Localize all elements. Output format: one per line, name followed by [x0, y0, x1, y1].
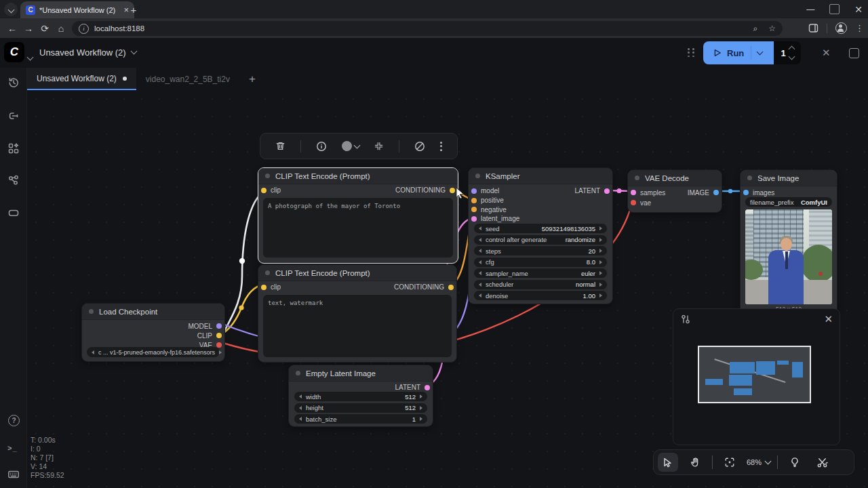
- increment-icon[interactable]: [599, 249, 602, 253]
- workflow-name-menu[interactable]: Unsaved Workflow (2): [39, 42, 136, 62]
- minimap-viewport[interactable]: [698, 346, 811, 403]
- increment-icon[interactable]: [599, 293, 602, 298]
- home-icon[interactable]: ⌂: [53, 23, 69, 34]
- decrement-icon[interactable]: [479, 238, 481, 242]
- node-clip-text-encode-negative[interactable]: CLIP Text Encode (Prompt) clip CONDITION…: [258, 264, 457, 363]
- run-button[interactable]: Run: [703, 41, 774, 64]
- back-icon[interactable]: ←: [4, 23, 20, 34]
- widget-denoise[interactable]: denoise1.00: [474, 291, 607, 300]
- widget-filename-prefix[interactable]: filename_prefix ComfyUI: [745, 197, 832, 207]
- widget-ckpt-name[interactable]: c ... v1-5-pruned-emaonly-fp16.safetenso…: [87, 347, 220, 357]
- generated-image-preview[interactable]: [745, 209, 832, 304]
- new-workflow-tab-button[interactable]: +: [239, 68, 265, 90]
- widget-steps[interactable]: steps20: [474, 246, 607, 256]
- model-library-icon[interactable]: [7, 174, 20, 186]
- site-info-icon[interactable]: i: [79, 24, 89, 34]
- increment-icon[interactable]: [599, 226, 602, 230]
- widget-scheduler[interactable]: schedulernormal: [474, 280, 607, 289]
- window-close-button[interactable]: ✕: [854, 4, 863, 15]
- bypass-node-icon[interactable]: [414, 141, 425, 152]
- queue-icon[interactable]: [7, 207, 20, 219]
- address-bar[interactable]: i localhost:8188 ⌕ ☆: [72, 21, 783, 36]
- output-slot-model[interactable]: MODEL: [188, 323, 222, 330]
- increment-icon[interactable]: [599, 283, 602, 287]
- batch-count-stepper[interactable]: 1: [774, 41, 801, 64]
- output-slot-conditioning[interactable]: CONDITIONING: [394, 283, 454, 291]
- prompt-text-widget[interactable]: A photograph of the mayor of Toronto: [263, 198, 453, 258]
- widget-sampler-name[interactable]: sampler_nameeuler: [474, 268, 607, 278]
- output-slot-image[interactable]: IMAGE: [688, 189, 719, 197]
- decrement-icon[interactable]: [479, 293, 481, 298]
- input-slot-positive[interactable]: positive: [471, 197, 504, 204]
- decrement-icon[interactable]: [479, 260, 481, 264]
- widget-width[interactable]: width512: [294, 392, 427, 401]
- select-tool-button[interactable]: [658, 453, 678, 472]
- increment-icon[interactable]: [599, 260, 602, 264]
- output-slot-conditioning[interactable]: CONDITIONING: [395, 186, 455, 194]
- prompt-text-widget[interactable]: text, watermark: [263, 295, 452, 357]
- increment-icon[interactable]: [599, 238, 602, 242]
- increment-icon[interactable]: [599, 271, 602, 275]
- browser-menu-icon[interactable]: ⋮: [855, 23, 864, 33]
- node-clip-text-encode-positive[interactable]: CLIP Text Encode (Prompt) clip CONDITION…: [258, 167, 458, 264]
- input-slot-samples[interactable]: samples: [631, 189, 665, 197]
- comfyui-logo[interactable]: C: [4, 42, 24, 62]
- workflows-icon[interactable]: [7, 110, 20, 122]
- node-library-icon[interactable]: [7, 142, 20, 155]
- input-slot-model[interactable]: model: [471, 187, 499, 195]
- logo-menu-chevron-icon[interactable]: [28, 50, 33, 62]
- node-save-image[interactable]: Save Image images filename_prefix ComfyU…: [740, 169, 837, 314]
- bookmark-star-icon[interactable]: ☆: [768, 24, 776, 33]
- decrement-icon[interactable]: [479, 249, 481, 253]
- decrement-icon[interactable]: [299, 417, 302, 421]
- increment-icon[interactable]: [420, 394, 422, 399]
- window-minimize-button[interactable]: —: [806, 5, 814, 14]
- cancel-run-icon[interactable]: ✕: [822, 47, 831, 59]
- widget-batch-size[interactable]: batch_size1: [294, 414, 427, 424]
- output-slot-clip[interactable]: CLIP: [197, 332, 222, 340]
- profile-avatar-icon[interactable]: [835, 22, 847, 34]
- widget-control-after-generate[interactable]: control after generaterandomize: [474, 235, 607, 245]
- forward-icon[interactable]: →: [20, 23, 37, 34]
- stop-icon[interactable]: [849, 48, 859, 58]
- zoom-level-dropdown[interactable]: 68%: [747, 458, 770, 466]
- side-panel-icon[interactable]: [808, 23, 818, 33]
- pan-tool-button[interactable]: [685, 453, 705, 472]
- increment-icon[interactable]: [420, 417, 422, 421]
- toggle-link-visibility-button[interactable]: [812, 453, 832, 472]
- decrement-icon[interactable]: [299, 406, 302, 410]
- delete-node-icon[interactable]: [275, 141, 285, 151]
- minimap-settings-icon[interactable]: [680, 314, 691, 325]
- node-vae-decode[interactable]: VAE Decode samples IMAGE vae: [627, 169, 722, 213]
- workflow-tab-inactive[interactable]: video_wan2_2_5B_ti2v: [136, 68, 239, 90]
- decrement-icon[interactable]: [788, 54, 795, 60]
- input-slot-negative[interactable]: negative: [471, 206, 507, 214]
- zoom-search-icon[interactable]: ⌕: [753, 24, 758, 33]
- node-info-icon[interactable]: [316, 141, 327, 152]
- toggle-theme-button[interactable]: [785, 453, 805, 472]
- help-icon[interactable]: ?: [8, 415, 20, 427]
- widget-seed[interactable]: seed509321498136035: [474, 224, 607, 233]
- toolbar-drag-handle[interactable]: [688, 48, 696, 58]
- collapse-node-icon[interactable]: [374, 141, 384, 151]
- node-empty-latent-image[interactable]: Empty Latent Image LATENT width512 heigh…: [288, 365, 433, 427]
- run-options-chevron-icon[interactable]: [757, 49, 764, 56]
- widget-cfg[interactable]: cfg8.0: [474, 258, 607, 267]
- decrement-icon[interactable]: [299, 394, 302, 399]
- minimap-close-icon[interactable]: ✕: [824, 313, 833, 325]
- previous-icon[interactable]: [92, 350, 94, 354]
- decrement-icon[interactable]: [479, 271, 481, 275]
- decrement-icon[interactable]: [479, 226, 481, 230]
- history-icon[interactable]: [7, 77, 20, 89]
- node-ksampler[interactable]: KSampler model LATENT positive negative …: [468, 167, 613, 304]
- input-slot-latent-image[interactable]: latent_image: [471, 215, 519, 222]
- next-icon[interactable]: [219, 350, 222, 354]
- input-slot-clip[interactable]: clip: [261, 283, 281, 291]
- input-slot-images[interactable]: images: [743, 189, 774, 197]
- window-restore-button[interactable]: [829, 4, 840, 14]
- decrement-icon[interactable]: [479, 283, 481, 287]
- terminal-icon[interactable]: >_: [7, 444, 20, 456]
- output-slot-latent[interactable]: LATENT: [574, 187, 610, 195]
- output-slot-latent[interactable]: LATENT: [395, 384, 430, 391]
- node-more-options-icon[interactable]: [440, 142, 442, 151]
